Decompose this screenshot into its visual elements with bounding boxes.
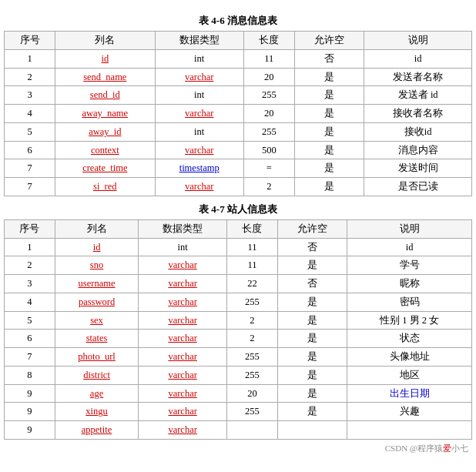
table-row: 1 id int 11 否 id	[5, 49, 472, 68]
table-row: 7 create_time timestamp = 是 发送时间	[5, 159, 472, 178]
cell-len: 20	[227, 384, 278, 403]
cell-col: id	[55, 238, 138, 256]
cell-null: 是	[277, 384, 347, 403]
cell-len: 255	[227, 366, 278, 384]
cell-len: 20	[243, 68, 294, 86]
table2-title: 表 4-7 站人信息表	[4, 203, 472, 216]
cell-null: 是	[294, 122, 364, 141]
cell-len: 20	[243, 105, 294, 123]
cell-desc: 状态	[347, 330, 472, 348]
cell-null: 是	[277, 311, 347, 330]
cell-desc: 学号	[347, 256, 472, 275]
cell-col: id	[55, 49, 156, 68]
table-row: 9 appetite varchar	[5, 421, 472, 440]
table1-col-len: 长度	[243, 32, 294, 50]
table-row: 7 photo_url varchar 255 是 头像地址	[5, 348, 472, 367]
cell-desc: 兴趣	[347, 403, 472, 421]
cell-desc: 发送者名称	[364, 68, 472, 86]
cell-no: 9	[5, 421, 55, 440]
cell-len: 2	[227, 330, 278, 348]
table1-col-name: 列名	[55, 32, 156, 50]
cell-null: 是	[277, 348, 347, 367]
cell-type: varchar	[155, 105, 243, 123]
cell-no: 6	[5, 141, 55, 159]
table1-title: 表 4-6 消息信息表	[4, 14, 472, 28]
cell-type: varchar	[139, 275, 227, 293]
cell-desc: 密码	[347, 293, 472, 311]
table-row: 3 send_id int 255 是 发送者 id	[5, 86, 472, 105]
cell-null: 否	[277, 238, 347, 256]
cell-no: 9	[5, 384, 55, 403]
cell-type: varchar	[155, 178, 243, 196]
table-row: 5 sex varchar 2 是 性别 1 男 2 女	[5, 311, 472, 330]
footer-highlight: 爱	[443, 444, 451, 453]
cell-col: password	[55, 293, 138, 311]
cell-col: appetite	[55, 421, 138, 440]
cell-null: 是	[277, 366, 347, 384]
cell-col: username	[55, 275, 138, 293]
cell-desc: 是否已读	[364, 178, 472, 196]
cell-type: varchar	[139, 311, 227, 330]
table1-col-type: 数据类型	[155, 32, 243, 50]
cell-null: 是	[294, 86, 364, 105]
cell-len	[227, 421, 278, 440]
cell-type: varchar	[139, 384, 227, 403]
cell-null: 是	[277, 293, 347, 311]
cell-no: 4	[5, 105, 55, 123]
cell-no: 3	[5, 86, 55, 105]
cell-col: district	[55, 366, 138, 384]
cell-no: 7	[5, 178, 55, 196]
table-row: 4 away_name varchar 20 是 接收者名称	[5, 105, 472, 123]
cell-null: 是	[294, 105, 364, 123]
cell-no: 2	[5, 256, 55, 275]
table2-col-len: 长度	[227, 219, 278, 238]
cell-len: 255	[227, 403, 278, 421]
cell-null: 是	[294, 159, 364, 178]
cell-col: photo_url	[55, 348, 138, 367]
table-row: 4 password varchar 255 是 密码	[5, 293, 472, 311]
cell-type: int	[155, 86, 243, 105]
cell-no: 8	[5, 366, 55, 384]
table-row: 7 si_red varchar 2 是 是否已读	[5, 178, 472, 196]
cell-len: 255	[227, 348, 278, 367]
table-row: 3 username varchar 22 否 昵称	[5, 275, 472, 293]
table-row: 2 sno varchar 11 是 学号	[5, 256, 472, 275]
cell-no: 2	[5, 68, 55, 86]
cell-col: sno	[55, 256, 138, 275]
cell-col: away_name	[55, 105, 156, 123]
cell-len: 500	[243, 141, 294, 159]
cell-type: int	[155, 49, 243, 68]
cell-col: send_name	[55, 68, 156, 86]
cell-null: 是	[294, 68, 364, 86]
table1-col-no: 序号	[5, 32, 55, 50]
table-row: 9 age varchar 20 是 出生日期	[5, 384, 472, 403]
table2-col-no: 序号	[5, 219, 55, 238]
cell-desc: id	[347, 238, 472, 256]
cell-type: int	[155, 122, 243, 141]
cell-null: 是	[294, 141, 364, 159]
cell-len: 255	[227, 293, 278, 311]
footer: CSDN @程序猿爱小七	[4, 443, 472, 454]
cell-desc: 头像地址	[347, 348, 472, 367]
cell-col: states	[55, 330, 138, 348]
table2-col-name: 列名	[55, 219, 138, 238]
table2-header-row: 序号 列名 数据类型 长度 允许空 说明	[5, 219, 472, 238]
cell-col: sex	[55, 311, 138, 330]
table-row: 6 states varchar 2 是 状态	[5, 330, 472, 348]
table1: 序号 列名 数据类型 长度 允许空 说明 1 id int 11 否 id 2 …	[4, 31, 472, 196]
cell-desc: 发送者 id	[364, 86, 472, 105]
table-row: 8 district varchar 255 是 地区	[5, 366, 472, 384]
cell-no: 7	[5, 159, 55, 178]
cell-desc: 接收id	[364, 122, 472, 141]
cell-desc: 昵称	[347, 275, 472, 293]
cell-len: =	[243, 159, 294, 178]
cell-type: varchar	[139, 330, 227, 348]
cell-type: varchar	[139, 421, 227, 440]
cell-null: 是	[277, 403, 347, 421]
cell-type: varchar	[139, 293, 227, 311]
cell-desc: id	[364, 49, 472, 68]
footer-text: CSDN @程序猿	[385, 444, 443, 453]
cell-no: 1	[5, 49, 55, 68]
cell-len: 11	[243, 49, 294, 68]
cell-no: 3	[5, 275, 55, 293]
